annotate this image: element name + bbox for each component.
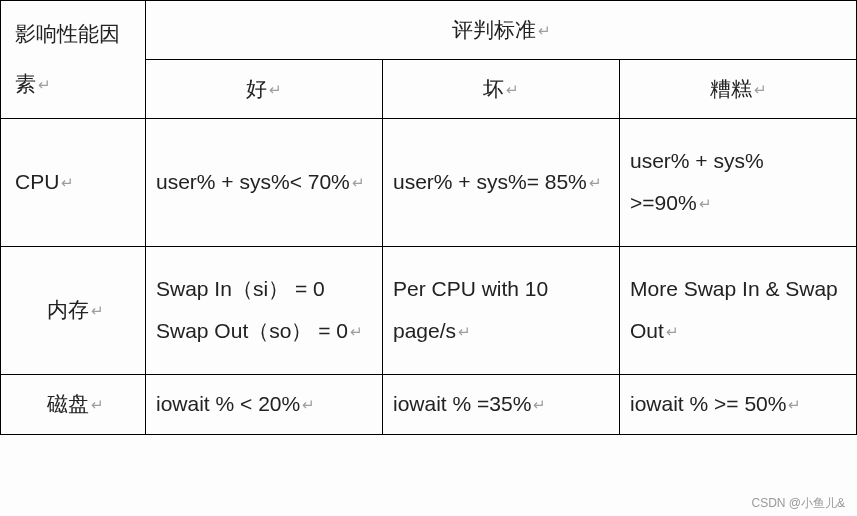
paragraph-mark-icon: ↵ [754,81,767,98]
disk-good-text: iowait % < 20% [156,392,300,415]
factor-memory-text: 内存 [47,298,89,321]
paragraph-mark-icon: ↵ [506,81,519,98]
subheader-terrible: 糟糕↵ [620,59,857,118]
subheader-terrible-text: 糟糕 [710,77,752,100]
paragraph-mark-icon: ↵ [91,396,104,413]
factor-cpu-text: CPU [15,170,59,193]
paragraph-mark-icon: ↵ [302,396,315,413]
disk-bad-text: iowait % =35% [393,392,531,415]
paragraph-mark-icon: ↵ [699,195,712,212]
memory-good: Swap In（si） = 0 Swap Out（so） = 0↵ [146,246,383,374]
memory-good-text: Swap In（si） = 0 Swap Out（so） = 0 [156,277,348,342]
factor-memory: 内存↵ [1,246,146,374]
table-row: 内存↵ Swap In（si） = 0 Swap Out（so） = 0↵ Pe… [1,246,857,374]
subheader-good-text: 好 [246,77,267,100]
header-row-1: 影响性能因素↵ 评判标准↵ [1,1,857,60]
factor-cpu: CPU↵ [1,118,146,246]
cpu-good-text: user% + sys%< 70% [156,170,350,193]
cpu-bad-text: user% + sys%= 85% [393,170,587,193]
subheader-good: 好↵ [146,59,383,118]
table-row: CPU↵ user% + sys%< 70%↵ user% + sys%= 85… [1,118,857,246]
paragraph-mark-icon: ↵ [538,22,551,39]
disk-terrible-text: iowait % >= 50% [630,392,786,415]
header-factor: 影响性能因素↵ [1,1,146,119]
cpu-terrible: user% + sys% >=90%↵ [620,118,857,246]
factor-disk-text: 磁盘 [47,392,89,415]
performance-criteria-table: 影响性能因素↵ 评判标准↵ 好↵ 坏↵ 糟糕↵ CPU↵ user% + sys… [0,0,857,435]
memory-bad-text: Per CPU with 10 page/s [393,277,554,342]
subheader-bad-text: 坏 [483,77,504,100]
paragraph-mark-icon: ↵ [61,174,74,191]
cpu-bad: user% + sys%= 85%↵ [383,118,620,246]
subheader-bad: 坏↵ [383,59,620,118]
disk-terrible: iowait % >= 50%↵ [620,374,857,434]
paragraph-mark-icon: ↵ [533,396,546,413]
memory-bad: Per CPU with 10 page/s↵ [383,246,620,374]
header-criteria: 评判标准↵ [146,1,857,60]
paragraph-mark-icon: ↵ [788,396,801,413]
paragraph-mark-icon: ↵ [91,302,104,319]
table-row: 磁盘↵ iowait % < 20%↵ iowait % =35%↵ iowai… [1,374,857,434]
paragraph-mark-icon: ↵ [38,76,51,93]
paragraph-mark-icon: ↵ [352,174,365,191]
factor-disk: 磁盘↵ [1,374,146,434]
memory-terrible-text: More Swap In & Swap Out [630,277,844,342]
paragraph-mark-icon: ↵ [269,81,282,98]
disk-good: iowait % < 20%↵ [146,374,383,434]
disk-bad: iowait % =35%↵ [383,374,620,434]
paragraph-mark-icon: ↵ [350,323,363,340]
header-criteria-text: 评判标准 [452,18,536,41]
watermark-text: CSDN @小鱼儿& [751,495,845,512]
paragraph-mark-icon: ↵ [589,174,602,191]
memory-terrible: More Swap In & Swap Out↵ [620,246,857,374]
header-factor-text: 影响性能因素 [15,22,120,95]
cpu-good: user% + sys%< 70%↵ [146,118,383,246]
paragraph-mark-icon: ↵ [458,323,471,340]
paragraph-mark-icon: ↵ [666,323,679,340]
